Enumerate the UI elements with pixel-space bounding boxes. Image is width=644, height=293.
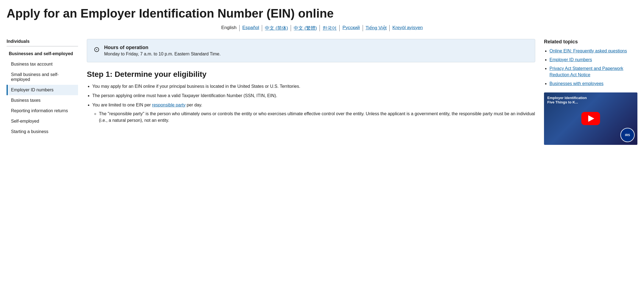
- related-topics-list: Online EIN: Frequently asked questions E…: [549, 48, 637, 87]
- lang-korean[interactable]: 한국어: [320, 25, 340, 31]
- irs-badge: IRS: [620, 128, 635, 142]
- related-link-4[interactable]: Businesses with employees: [549, 81, 604, 86]
- lang-english[interactable]: English: [218, 25, 240, 31]
- page-title: Apply for an Employer Identification Num…: [7, 7, 637, 21]
- lang-vietnamese[interactable]: Tiếng Việt: [363, 25, 390, 31]
- step1-bullet-2: The person applying online must have a v…: [92, 92, 535, 99]
- related-item-3: Privacy Act Statement and Paperwork Redu…: [549, 66, 637, 78]
- hours-text-block: Hours of operation Monday to Friday, 7 a…: [104, 45, 221, 57]
- hours-text: Monday to Friday, 7 a.m. to 10 p.m. East…: [104, 52, 221, 57]
- language-bar: English Español 中文 (简体) 中文 (繁體) 한국어 Русс…: [7, 25, 637, 31]
- responsible-party-link[interactable]: responsible party: [152, 103, 185, 107]
- lang-haitian-creole[interactable]: Kreyòl ayisyen: [390, 25, 426, 31]
- right-sidebar: Related topics Online EIN: Frequently as…: [544, 39, 637, 145]
- related-link-3[interactable]: Privacy Act Statement and Paperwork Redu…: [549, 66, 623, 77]
- related-link-2[interactable]: Employer ID numbers: [549, 57, 592, 62]
- left-sidebar: Individuals Businesses and self-employed…: [7, 39, 78, 137]
- sidebar-item-self-employed[interactable]: Self-employed: [7, 116, 78, 126]
- related-item-1: Online EIN: Frequently asked questions: [549, 48, 637, 54]
- related-item-2: Employer ID numbers: [549, 57, 637, 63]
- lang-chinese-simplified[interactable]: 中文 (简体): [262, 25, 291, 31]
- related-link-1[interactable]: Online EIN: Frequently asked questions: [549, 49, 627, 53]
- sidebar-item-businesses-self-employed[interactable]: Businesses and self-employed: [7, 49, 78, 59]
- sidebar-item-starting-a-business[interactable]: Starting a business: [7, 126, 78, 137]
- step1-heading: Step 1: Determine your eligibility: [87, 70, 535, 79]
- sidebar-item-small-business[interactable]: Small business and self-employed: [7, 69, 78, 85]
- sidebar-individuals-heading[interactable]: Individuals: [7, 39, 78, 44]
- clock-icon: ⊙: [94, 45, 100, 54]
- sidebar-item-employer-id-numbers[interactable]: Employer ID numbers: [7, 85, 78, 95]
- main-content: ⊙ Hours of operation Monday to Friday, 7…: [87, 39, 535, 127]
- sidebar-item-reporting-information-returns[interactable]: Reporting information returns: [7, 106, 78, 116]
- sidebar-item-business-taxes[interactable]: Business taxes: [7, 95, 78, 106]
- youtube-play-button[interactable]: [581, 112, 600, 125]
- lang-russian[interactable]: Русский: [340, 25, 363, 31]
- step1-bullet-1: You may apply for an EIN online if your …: [92, 83, 535, 90]
- step1-sub-bullet-list: The "responsible party" is the person wh…: [99, 111, 535, 124]
- step1-sub-bullet-1: The "responsible party" is the person wh…: [99, 111, 535, 124]
- step1-bullet-list: You may apply for an EIN online if your …: [92, 83, 535, 124]
- lang-chinese-traditional[interactable]: 中文 (繁體): [291, 25, 320, 31]
- hours-title: Hours of operation: [104, 45, 221, 50]
- step1-bullet-3-after: per day.: [185, 103, 202, 107]
- step1-bullet-3: You are limited to one EIN per responsib…: [92, 102, 535, 124]
- main-layout: Individuals Businesses and self-employed…: [7, 39, 637, 145]
- related-item-4: Businesses with employees: [549, 81, 637, 87]
- lang-espanol[interactable]: Español: [240, 25, 262, 31]
- hours-of-operation-box: ⊙ Hours of operation Monday to Friday, 7…: [87, 39, 535, 62]
- step1-bullet-3-before: You are limited to one EIN per: [92, 103, 152, 107]
- video-thumbnail[interactable]: Employer Identification Five Things to K…: [544, 92, 637, 145]
- related-topics-title: Related topics: [544, 39, 637, 45]
- sidebar-item-business-tax-account[interactable]: Business tax account: [7, 59, 78, 69]
